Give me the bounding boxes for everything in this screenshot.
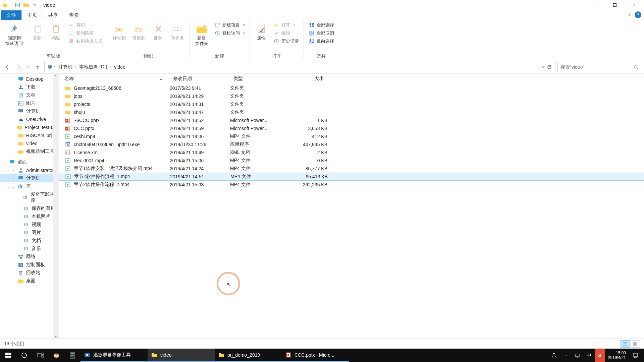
tree-item[interactable]: 文档📌 — [0, 91, 59, 99]
file-row[interactable]: License.xml2019/4/21 13:49XML 文档2 KB — [59, 148, 644, 157]
tree-item[interactable]: RISCAN_prj — [0, 131, 59, 139]
tree-item[interactable]: 计算机📌 — [0, 107, 59, 115]
taskbar-task[interactable]: PCCC.pptx - Micro... — [282, 349, 349, 362]
nav-up-button[interactable] — [33, 62, 42, 72]
file-row[interactable]: 章节1软件安装、激活及模块介绍.mp42019/4/21 14:24MP4 文件… — [59, 165, 644, 173]
tree-item[interactable]: 回收站 — [0, 269, 59, 277]
col-type[interactable]: 类型 — [230, 74, 287, 84]
search-icon[interactable] — [634, 65, 638, 69]
tb-notifications-icon[interactable] — [629, 349, 642, 362]
breadcrumb-item[interactable]: 计算机 — [56, 64, 74, 70]
help-icon[interactable]: ? — [635, 11, 641, 18]
tree-item[interactable]: ›Administrator1 — [0, 166, 59, 174]
tree-item[interactable]: 图片 — [0, 229, 59, 237]
file-row[interactable]: projects2019/4/21 14:31文件夹 — [59, 100, 644, 108]
tree-item[interactable]: video — [0, 139, 59, 147]
easy-access-button[interactable]: 轻松访问▾ — [213, 29, 246, 37]
tree-item[interactable]: 文档 — [0, 237, 59, 245]
maximize-button[interactable] — [605, 0, 625, 10]
tb-tray-up-icon[interactable] — [560, 349, 571, 362]
tb-sogou-icon[interactable]: S — [595, 349, 605, 362]
new-item-button[interactable]: 新建项目▾ — [213, 21, 246, 29]
tree-item[interactable]: ›计算机 — [0, 174, 59, 182]
tab-share[interactable]: 共享 — [43, 10, 64, 20]
file-row[interactable]: shuju2019/4/21 13:47文件夹 — [59, 108, 644, 116]
nav-forward-button[interactable] — [14, 62, 23, 72]
cut-button[interactable]: ✂剪切 — [67, 21, 104, 29]
file-row[interactable]: 章节2软件操作流程_1.mp42019/4/21 14:51MP4 文件95,4… — [59, 173, 644, 181]
file-row[interactable]: 章节2软件操作流程_2.mp42019/4/21 15:03MP4 文件262,… — [59, 181, 644, 189]
tree-item[interactable]: 本机照片 — [0, 213, 59, 221]
nav-recent-button[interactable] — [25, 62, 31, 72]
copy-button[interactable]: 复制 — [29, 21, 45, 42]
nav-back-button[interactable] — [3, 62, 12, 72]
tree-item[interactable]: 视频录制工具 — [0, 147, 59, 156]
copy-path-button[interactable]: 复制路径 — [67, 29, 104, 37]
new-folder-button[interactable]: 新建 文件夹 — [193, 21, 210, 48]
properties-button[interactable]: 属性 — [253, 21, 269, 42]
file-row[interactable]: Rec 0001.mp42019/4/21 15:06MP4 文件0 KB — [59, 157, 644, 165]
close-button[interactable] — [625, 0, 644, 10]
tree-item[interactable]: 图片📌 — [0, 99, 59, 107]
tab-file[interactable]: 文件 — [1, 10, 21, 20]
qat-newfolder-icon[interactable] — [22, 1, 30, 9]
taskbar-task[interactable]: prj_demo_2019 — [215, 349, 282, 362]
col-size[interactable]: 大小 — [287, 74, 327, 84]
file-row[interactable]: Geomagic2013_685062017/5/23 9:41文件夹 — [59, 84, 644, 92]
history-button[interactable]: 历史记录 — [272, 38, 300, 45]
tb-clock[interactable]: 15:09 2019/4/21 — [605, 351, 629, 360]
tree-scrollbar[interactable] — [53, 74, 59, 339]
file-row[interactable]: P~$CCC.pptx2019/4/21 13:52Microsoft Powe… — [59, 116, 644, 124]
file-row[interactable]: cnctp040410336en_updt10.exe2018/10/30 11… — [59, 140, 644, 148]
col-name[interactable]: 名称▲ — [59, 74, 170, 84]
file-row[interactable]: ceshi.mp42019/4/21 14:06MP4 文件412 KB — [59, 132, 644, 140]
cortana-button[interactable] — [16, 349, 32, 362]
collapse-ribbon-icon[interactable] — [627, 12, 632, 17]
breadcrumb[interactable]: › 计算机› 本地磁盘 (D:)› video — [44, 62, 555, 72]
tree-item[interactable]: Desktop📌 — [0, 75, 59, 83]
view-icons-button[interactable] — [631, 340, 640, 348]
qat-properties-icon[interactable] — [14, 1, 21, 9]
tab-home[interactable]: 主页 — [21, 10, 43, 20]
pin-quickaccess-button[interactable]: 固定到" 快速访问" — [3, 21, 26, 48]
breadcrumb-item[interactable]: video — [112, 64, 127, 70]
file-row[interactable]: PCCC.pptx2019/4/21 13:59Microsoft Power.… — [59, 124, 644, 132]
view-details-button[interactable] — [621, 340, 630, 348]
invert-selection-button[interactable]: 反向选择 — [307, 38, 335, 45]
tree-item[interactable]: ⌄库 — [0, 182, 59, 190]
tree-item[interactable]: 爱奇艺影视库 — [0, 190, 59, 204]
tree-item[interactable]: 音乐 — [0, 245, 59, 253]
start-button[interactable] — [0, 349, 16, 362]
rename-button[interactable]: 重命名 — [169, 21, 186, 42]
tb-network-icon[interactable] — [571, 349, 583, 362]
tree-item[interactable]: 网络 — [0, 253, 59, 261]
tree-item[interactable]: 控制面板 — [0, 261, 59, 269]
edit-button[interactable]: 编辑 — [272, 29, 300, 37]
tree-item[interactable]: ⌄桌面 — [0, 158, 59, 166]
refresh-icon[interactable] — [547, 65, 552, 69]
tb-pinned-paint[interactable] — [48, 349, 64, 362]
tb-pinned-calc[interactable] — [64, 349, 80, 362]
taskbar-task[interactable]: 迅捷屏幕录像工具 — [80, 349, 148, 362]
paste-button[interactable]: 粘贴 — [48, 21, 64, 42]
paste-shortcut-button[interactable]: 粘贴快捷方式 — [67, 38, 104, 45]
show-desktop-button[interactable] — [642, 349, 644, 362]
col-date[interactable]: 修改日期 — [170, 74, 230, 84]
search-input[interactable] — [560, 64, 634, 70]
open-button[interactable]: 打开▾ — [272, 21, 300, 29]
tree-item[interactable]: 下载📌 — [0, 83, 59, 91]
tb-people-icon[interactable] — [548, 349, 560, 362]
tree-item[interactable]: 视频 — [0, 221, 59, 229]
tb-ime-icon[interactable]: 中 — [583, 349, 595, 362]
minimize-button[interactable] — [586, 0, 605, 10]
tab-view[interactable]: 查看 — [64, 10, 85, 20]
tree-item[interactable]: 桌面 — [0, 277, 59, 285]
search-box[interactable] — [557, 62, 641, 72]
navigation-tree[interactable]: Desktop📌下载📌文档📌图片📌计算机📌OneDrive📌Project_te… — [0, 74, 59, 339]
breadcrumb-item[interactable]: 本地磁盘 (D:) — [77, 64, 109, 70]
taskview-button[interactable] — [32, 349, 48, 362]
tree-item[interactable]: 保存的图片 — [0, 204, 59, 213]
tree-item[interactable]: OneDrive📌 — [0, 115, 59, 123]
tree-item[interactable]: Project_test3.R — [0, 123, 59, 131]
qat-customize-icon[interactable] — [31, 1, 39, 9]
